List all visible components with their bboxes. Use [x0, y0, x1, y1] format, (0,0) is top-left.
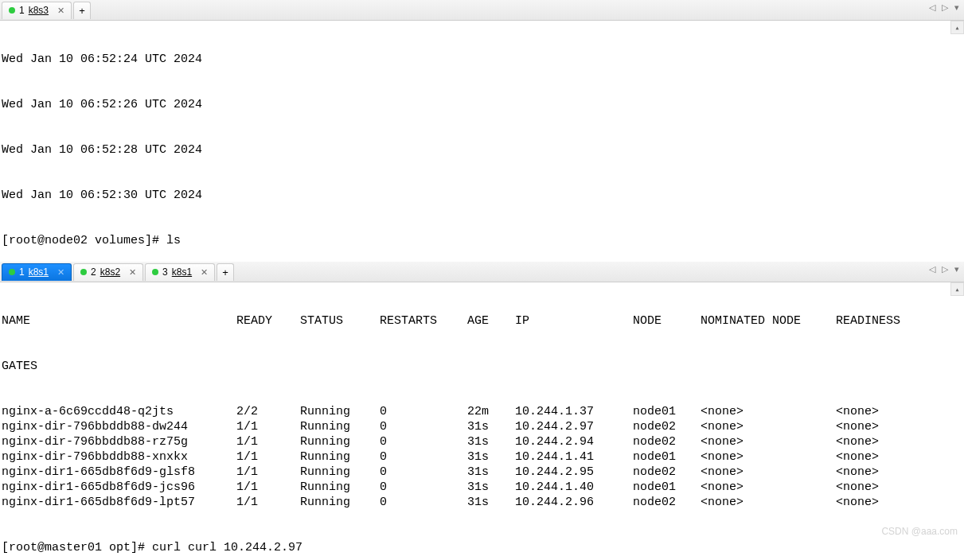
terminal-line: Wed Jan 10 06:52:26 UTC 2024: [2, 97, 964, 112]
pod-row: nginx-dir1-665db8f6d9-glsf81/1Running031…: [2, 465, 964, 480]
terminal-line: Wed Jan 10 06:52:24 UTC 2024: [2, 52, 964, 67]
pod-row: nginx-dir-796bbddb88-dw2441/1Running031s…: [2, 419, 964, 434]
pod-row: nginx-dir-796bbddb88-rz75g1/1Running031s…: [2, 434, 964, 449]
tab-number: 1: [19, 5, 25, 16]
terminal-line: Wed Jan 10 06:52:28 UTC 2024: [2, 142, 964, 158]
top-pane: 1 k8s3 ✕ + ◁ ▷ ▾ Wed Jan 10 06:52:24 UTC…: [0, 0, 964, 261]
pod-row: nginx-dir1-665db8f6d9-lpt571/1Running031…: [2, 495, 964, 510]
terminal-line: [root@master01 opt]# curl curl 10.244.2.…: [2, 540, 964, 555]
close-icon[interactable]: ✕: [57, 267, 64, 278]
pod-table-header: NAMEREADYSTATUSRESTARTSAGEIPNODENOMINATE…: [2, 313, 964, 329]
scroll-up-icon[interactable]: ▴: [950, 21, 964, 34]
terminal-bottom[interactable]: NAMEREADYSTATUSRESTARTSAGEIPNODENOMINATE…: [0, 282, 964, 560]
tab-menu-icon[interactable]: ▾: [954, 264, 959, 274]
terminal-line: GATES: [2, 359, 964, 374]
pod-row: nginx-a-6c69ccdd48-q2jts2/2Running022m10…: [2, 404, 964, 419]
terminal-line: Wed Jan 10 06:52:30 UTC 2024: [2, 188, 964, 203]
tab-number: 2: [91, 266, 96, 278]
tab-label: k8s1: [29, 266, 49, 278]
tab-prev-icon[interactable]: ◁: [929, 2, 935, 13]
status-dot-icon: [80, 269, 87, 275]
tab-menu-icon[interactable]: ▾: [954, 2, 959, 13]
tab-k8s2[interactable]: 2 k8s2 ✕: [73, 263, 143, 281]
tab-prev-icon[interactable]: ◁: [929, 264, 935, 274]
add-tab-button[interactable]: +: [217, 263, 234, 281]
tab-next-icon[interactable]: ▷: [942, 2, 948, 13]
bottom-pane: 1 k8s1 ✕ 2 k8s2 ✕ 3 k8s1 ✕ + ◁ ▷ ▾ NAMER…: [0, 262, 964, 540]
pod-row: nginx-dir-796bbddb88-xnxkx1/1Running031s…: [2, 449, 964, 465]
tab-k8s1[interactable]: 1 k8s1 ✕: [2, 263, 72, 281]
watermark: CSDN @aaa.com: [881, 526, 958, 537]
tab-label: k8s2: [100, 266, 120, 278]
top-tab-bar: 1 k8s3 ✕ + ◁ ▷ ▾: [0, 0, 964, 21]
bottom-tab-bar: 1 k8s1 ✕ 2 k8s2 ✕ 3 k8s1 ✕ + ◁ ▷ ▾: [0, 262, 964, 282]
close-icon[interactable]: ✕: [201, 267, 208, 278]
add-tab-button[interactable]: +: [73, 2, 91, 19]
tab-k8s3[interactable]: 1 k8s3 ✕: [2, 2, 72, 19]
pod-row: nginx-dir1-665db8f6d9-jcs961/1Running031…: [2, 480, 964, 495]
tab-number: 3: [162, 266, 168, 278]
close-icon[interactable]: ✕: [57, 6, 64, 16]
tab-nav-arrows: ◁ ▷ ▾: [929, 2, 959, 13]
status-dot-icon: [9, 269, 15, 275]
tab-label: k8s1: [172, 266, 192, 278]
tab-label: k8s3: [29, 5, 49, 16]
tab-next-icon[interactable]: ▷: [942, 264, 948, 274]
status-dot-icon: [152, 269, 158, 275]
tab-k8s1-2[interactable]: 3 k8s1 ✕: [145, 263, 215, 281]
status-dot-icon: [9, 7, 15, 14]
scroll-up-icon[interactable]: ▴: [950, 282, 964, 296]
close-icon[interactable]: ✕: [129, 267, 136, 278]
tab-number: 1: [19, 266, 25, 278]
terminal-line: [root@node02 volumes]# ls: [2, 233, 964, 248]
tab-nav-arrows: ◁ ▷ ▾: [929, 264, 959, 274]
